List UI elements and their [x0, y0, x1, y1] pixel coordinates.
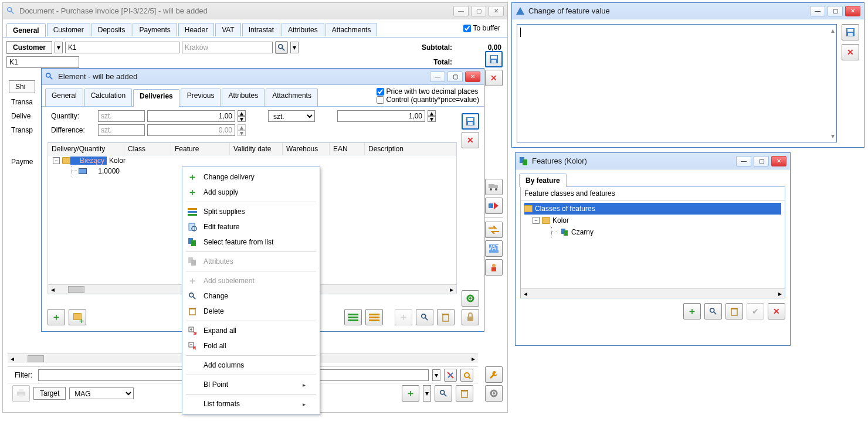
scroll-up-icon[interactable]: ▴: [831, 26, 835, 35]
ele-trash-button[interactable]: [437, 309, 455, 325]
tab-intrastat[interactable]: Intrastat: [242, 23, 280, 36]
ele-list2-button[interactable]: [365, 309, 383, 325]
feature-tree[interactable]: Classes of features − Kolor Czarny: [521, 200, 785, 288]
feat-add-button[interactable]: ＋: [683, 303, 701, 319]
filter-dropdown[interactable]: ▾: [432, 369, 440, 381]
mi-add-supply[interactable]: ＋Add supply: [182, 185, 320, 200]
ele-minimize-button[interactable]: —: [430, 72, 445, 82]
tab-attachments[interactable]: Attachments: [326, 23, 378, 36]
doc-trash-button[interactable]: [456, 385, 473, 402]
person-icon-button[interactable]: [485, 259, 503, 276]
control-checkbox[interactable]: Control (quantity*price=value): [377, 96, 479, 104]
expand-toggle[interactable]: −: [53, 157, 60, 164]
collapse-toggle[interactable]: −: [533, 217, 540, 224]
minimize-button[interactable]: —: [453, 6, 469, 16]
doc-gear-button[interactable]: [485, 385, 503, 402]
ele-tab-calculation[interactable]: Calculation: [84, 89, 132, 106]
mi-fold-all[interactable]: Fold all: [182, 338, 320, 353]
doc-delete-button[interactable]: ✕: [485, 70, 503, 86]
customer-city-input[interactable]: [182, 42, 273, 53]
doc-search-button[interactable]: [435, 385, 452, 402]
swap-button[interactable]: [485, 222, 503, 238]
close-button[interactable]: ✕: [489, 6, 504, 16]
col-class[interactable]: Class: [124, 143, 171, 155]
node-czarny[interactable]: Czarny: [524, 226, 781, 238]
doc-save-button[interactable]: [485, 51, 503, 67]
mi-delete[interactable]: Delete: [182, 304, 320, 319]
ele-list1-button[interactable]: [344, 309, 362, 325]
feat-minimize[interactable]: —: [736, 156, 751, 166]
doc-wrench-button[interactable]: [485, 366, 503, 383]
mi-add-columns[interactable]: Add columns: [182, 358, 320, 373]
ele-search-button[interactable]: [416, 309, 433, 325]
feat-titlebar[interactable]: Features (Kolor) — ▢ ✕: [516, 153, 790, 169]
feat-hscroll[interactable]: ◂▸: [521, 288, 785, 298]
cfv-close[interactable]: ✕: [845, 6, 860, 16]
customer-code2-input[interactable]: [6, 56, 79, 68]
tab-customer[interactable]: Customer: [47, 23, 90, 36]
cfv-titlebar[interactable]: Change of feature value — ▢ ✕: [512, 3, 864, 19]
ele-tab-general[interactable]: General: [45, 89, 83, 106]
filter-apply-button[interactable]: [444, 369, 457, 382]
customer-code-input[interactable]: [65, 42, 179, 53]
ele-tab-attachments[interactable]: Attachments: [266, 89, 318, 106]
cfv-cancel-button[interactable]: ✕: [842, 44, 859, 60]
quantity-value[interactable]: [147, 110, 235, 122]
node-kolor[interactable]: − Kolor: [524, 215, 781, 226]
doc-add-button[interactable]: ＋: [402, 385, 419, 402]
cfv-textarea[interactable]: [517, 24, 837, 142]
tab-attributes[interactable]: Attributes: [282, 23, 324, 36]
mi-split-supplies[interactable]: Split supplies: [182, 204, 320, 219]
mi-bi-point[interactable]: BI Point▸: [182, 377, 320, 392]
to-buffer-checkbox[interactable]: To buffer: [456, 19, 507, 37]
ele-tab-previous[interactable]: Previous: [181, 89, 221, 106]
ele-save-button[interactable]: [462, 113, 479, 130]
ele-maximize-button[interactable]: ▢: [447, 72, 463, 82]
tab-general[interactable]: General: [6, 23, 46, 37]
qty-down[interactable]: ▾: [238, 116, 246, 122]
tab-payments[interactable]: Payments: [133, 23, 177, 36]
qty2-down[interactable]: ▾: [428, 116, 436, 122]
col-ean[interactable]: EAN: [330, 143, 365, 155]
col-description[interactable]: Description: [365, 143, 456, 155]
element-titlebar[interactable]: Element - will be added — ▢ ✕: [42, 69, 484, 85]
node-root[interactable]: Classes of features: [524, 203, 781, 215]
mi-change[interactable]: Change: [182, 288, 320, 304]
feat-trash-button[interactable]: [725, 303, 743, 319]
truck-icon-button[interactable]: [485, 179, 503, 195]
ele-tab-attributes[interactable]: Attributes: [222, 89, 265, 106]
col-delivery[interactable]: Delivery/Quantity: [48, 143, 124, 155]
ele-close-button[interactable]: ✕: [465, 72, 480, 82]
col-feature[interactable]: Feature: [171, 143, 230, 155]
feat-search-button[interactable]: [704, 303, 722, 319]
tree-row-delivery[interactable]: − Bieżący Kolor: [48, 155, 456, 166]
quantity-value2[interactable]: [337, 110, 425, 122]
mi-list-formats[interactable]: List formats▸: [182, 396, 320, 412]
feat-close[interactable]: ✕: [771, 156, 786, 166]
vat-icon-button[interactable]: VAT: [485, 240, 503, 257]
scroll-down-icon[interactable]: ▾: [831, 132, 835, 140]
feat-maximize[interactable]: ▢: [754, 156, 769, 166]
mi-select-feature[interactable]: Select feature from list: [182, 234, 320, 250]
target-select[interactable]: MAG: [69, 387, 134, 399]
col-validity[interactable]: Validity date: [230, 143, 283, 155]
col-warehouse[interactable]: Warehous: [283, 143, 330, 155]
cfv-maximize[interactable]: ▢: [828, 6, 843, 16]
cfv-minimize[interactable]: —: [810, 6, 825, 16]
red-arrow-button[interactable]: [485, 198, 503, 214]
ele-add-green[interactable]: ＋: [48, 309, 65, 325]
tab-deposits[interactable]: Deposits: [91, 23, 132, 36]
ele-delete-button[interactable]: ✕: [462, 132, 479, 148]
ele-gear-button[interactable]: [462, 290, 479, 307]
feat-tab-byfeature[interactable]: By feature: [519, 174, 567, 187]
customer-lookup-dropdown[interactable]: ▾: [290, 42, 299, 53]
ele-tab-deliveries[interactable]: Deliveries: [133, 89, 179, 107]
document-titlebar[interactable]: Document - Purchase invoice [PI-3/22/5] …: [3, 3, 507, 19]
cfv-save-button[interactable]: [842, 24, 859, 40]
tab-vat[interactable]: VAT: [215, 23, 241, 36]
price-two-dec-checkbox[interactable]: Price with two decimal places: [377, 87, 479, 96]
customer-dropdown[interactable]: ▾: [55, 42, 63, 53]
quantity-unit2[interactable]: szt.: [268, 110, 315, 122]
tab-header[interactable]: Header: [178, 23, 214, 36]
ele-lock-button[interactable]: [462, 309, 479, 325]
